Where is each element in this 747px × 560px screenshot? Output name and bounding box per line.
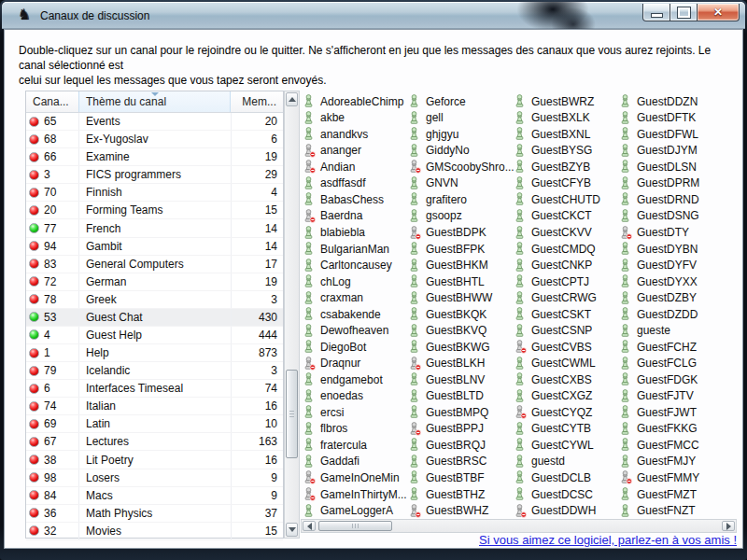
user-item[interactable]: anandkvs (303, 126, 409, 143)
user-item[interactable]: GuestFDGK (620, 371, 737, 388)
user-item[interactable]: GuestFKKG (620, 421, 737, 438)
user-item[interactable]: GuestBRQJ (409, 437, 514, 454)
user-item[interactable]: GuestBLNV (409, 371, 514, 388)
user-item[interactable]: GuestDZDD (620, 306, 737, 323)
user-item[interactable]: GuestCPTJ (514, 273, 620, 290)
table-row[interactable]: 72German19 (26, 273, 283, 291)
scroll-right-button[interactable] (722, 521, 735, 531)
user-item[interactable]: GuestBHKM (409, 257, 514, 273)
user-item[interactable]: GuestDDZN (620, 93, 737, 110)
user-item[interactable]: fratercula (303, 437, 409, 454)
user-item[interactable]: asdffasdf (303, 175, 409, 192)
user-item[interactable]: DiegoBot (303, 339, 409, 356)
column-header-members[interactable]: Mem... (231, 91, 282, 112)
user-item[interactable]: GuestBDPK (409, 224, 514, 241)
user-item[interactable]: chLog (303, 273, 409, 290)
user-item[interactable]: GuestDFWL (620, 126, 737, 143)
table-row[interactable]: 65Events20 (26, 113, 283, 131)
share-link[interactable]: Si vous aimez ce logiciel, parlez-en à v… (479, 533, 737, 547)
user-item[interactable]: GuestCKCT (514, 208, 620, 225)
user-item[interactable]: GuestDTY (620, 224, 737, 241)
user-item[interactable]: ercsi (303, 404, 409, 421)
user-item[interactable]: GuestDRND (620, 191, 737, 208)
user-item[interactable]: grafitero (409, 191, 514, 208)
user-item[interactable]: ghjgyu (409, 126, 514, 143)
table-row[interactable]: 67Lectures163 (26, 433, 283, 451)
scroll-down-button[interactable] (286, 523, 298, 537)
user-item[interactable]: GameInOneMin (303, 469, 409, 486)
user-item[interactable]: gsoopz (409, 208, 514, 225)
user-item[interactable]: GuestBXNL (514, 126, 620, 143)
user-item[interactable]: GuestDSNG (620, 208, 737, 225)
user-item[interactable]: GuestDCSC (514, 486, 620, 503)
table-row[interactable]: 32Movies15 (26, 523, 283, 540)
table-row[interactable]: 84Macs9 (26, 487, 283, 505)
user-item[interactable]: GuestDLSN (620, 159, 737, 175)
table-row[interactable]: 79Icelandic3 (26, 362, 283, 380)
user-item[interactable]: ananger (303, 143, 409, 160)
user-item[interactable]: GuestDZBY (620, 289, 737, 306)
user-item[interactable]: GuestDYXX (620, 273, 737, 290)
user-item[interactable]: GuestFMZT (620, 486, 737, 503)
user-item[interactable]: gell (409, 110, 514, 127)
table-row[interactable]: 94Gambit14 (26, 238, 283, 256)
user-item[interactable]: GuestCSKT (514, 306, 620, 323)
maximize-button[interactable] (670, 4, 697, 21)
user-item[interactable]: GMScoobyShro... (409, 159, 514, 175)
user-item[interactable]: GuestCSNP (514, 322, 620, 339)
minimize-button[interactable] (642, 4, 670, 21)
user-item[interactable]: AdoreableChimp (303, 93, 409, 110)
user-item[interactable]: GuestCVBS (514, 339, 620, 356)
user-item[interactable]: GuestBKWG (409, 339, 514, 356)
user-item[interactable]: BulgarianMan (303, 241, 409, 258)
user-item[interactable]: GuestFCLG (620, 356, 737, 372)
scroll-left-button[interactable] (303, 521, 316, 531)
user-item[interactable]: GuestFMJY (620, 454, 737, 470)
table-row[interactable]: 38Lit Poetry16 (26, 451, 283, 469)
table-row[interactable]: 70Finnish4 (26, 184, 283, 202)
table-row[interactable]: 20Forming Teams15 (26, 202, 283, 219)
user-item[interactable]: GuestCKVV (514, 224, 620, 241)
table-row[interactable]: 98Losers9 (26, 469, 283, 487)
user-item[interactable]: GuestBMPQ (409, 404, 514, 421)
user-item[interactable]: csabakende (303, 306, 409, 323)
horizontal-scrollbar-thumb[interactable] (318, 521, 392, 531)
user-item[interactable]: GuestDDWH (514, 502, 620, 519)
table-row[interactable]: 36Math Physics37 (26, 505, 283, 523)
column-header-channel[interactable]: Cana... (26, 91, 79, 112)
table-row[interactable]: 69Latin10 (26, 415, 283, 433)
table-row[interactable]: 68Ex-Yugoslav6 (26, 131, 283, 148)
user-item[interactable]: Dewofheaven (303, 322, 409, 339)
user-item[interactable]: flbros (303, 421, 409, 438)
table-row[interactable]: 78Greek3 (26, 291, 283, 309)
user-item[interactable]: akbe (303, 110, 409, 127)
user-item[interactable]: blabiebla (303, 224, 409, 241)
user-item[interactable]: GuestCXGZ (514, 388, 620, 405)
user-item[interactable]: Geforce (409, 93, 514, 110)
table-row[interactable]: 66Examine19 (26, 148, 283, 166)
user-item[interactable]: GuestBTBF (409, 469, 514, 486)
table-row[interactable]: 1Help873 (26, 344, 283, 362)
user-item[interactable]: enoedas (303, 388, 409, 405)
user-item[interactable]: GuestBLTD (409, 388, 514, 405)
user-item[interactable]: GameInThirtyM... (303, 486, 409, 503)
user-item[interactable]: GuestBRSC (409, 454, 514, 470)
user-item[interactable]: GuestFNZT (620, 502, 737, 519)
user-item[interactable]: GuestDJYM (620, 143, 737, 160)
user-item[interactable]: GuestBZYB (514, 159, 620, 175)
column-header-theme[interactable]: Thème du canal (78, 91, 231, 112)
user-item[interactable]: Andian (303, 159, 409, 175)
scroll-up-button[interactable] (286, 92, 298, 106)
user-item[interactable]: GuestBWRZ (514, 93, 620, 110)
user-item[interactable]: GuestFJTV (620, 388, 737, 405)
user-item[interactable]: GuestBFPK (409, 241, 514, 258)
user-item[interactable]: guestd (514, 454, 620, 470)
user-item[interactable]: GuestBWHZ (409, 502, 514, 519)
vertical-scrollbar-thumb[interactable] (286, 370, 298, 458)
user-item[interactable]: Baerdna (303, 208, 409, 225)
user-item[interactable]: GuestBHWW (409, 289, 514, 306)
user-item[interactable]: GuestBXLK (514, 110, 620, 127)
user-item[interactable]: GuestCYQZ (514, 404, 620, 421)
user-item[interactable]: GuestFMCC (620, 437, 737, 454)
users-horizontal-scrollbar[interactable] (301, 519, 737, 533)
